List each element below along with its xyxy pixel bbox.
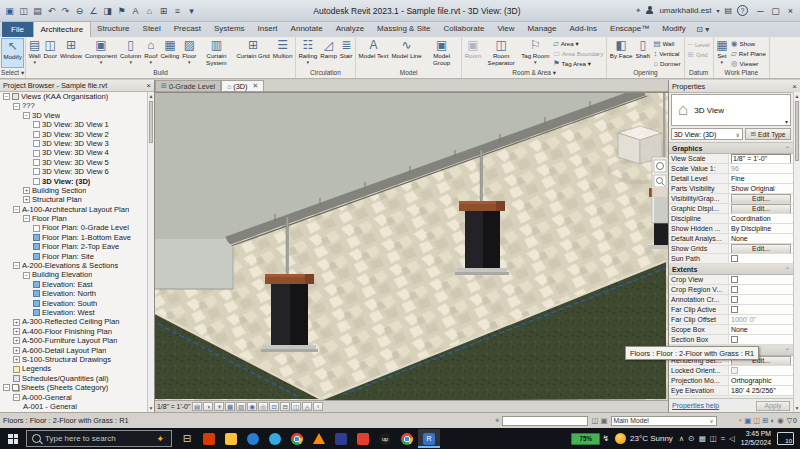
checkbox[interactable] bbox=[731, 276, 738, 283]
scroll-up-icon[interactable]: ▲ bbox=[148, 92, 154, 100]
tab-steel[interactable]: Steel bbox=[136, 21, 167, 37]
tree-item[interactable]: Elevation: East bbox=[0, 280, 147, 289]
sun-settings-icon[interactable]: ☀ bbox=[214, 402, 224, 411]
ribbon-button-mullion[interactable]: ☰Mullion bbox=[271, 38, 294, 68]
ribbon-button-level[interactable]: ─Level bbox=[686, 39, 712, 49]
ribbon-button-window[interactable]: ⊞Window bbox=[58, 38, 83, 68]
ribbon-button-door[interactable]: ◫Door bbox=[42, 38, 58, 68]
expand-icon[interactable]: + bbox=[23, 196, 30, 203]
tree-item[interactable]: Elevation: West bbox=[0, 308, 147, 317]
chevron-down-icon[interactable]: ∨ bbox=[736, 131, 740, 138]
ribbon-button-ceiling[interactable]: ▦Ceiling bbox=[159, 38, 181, 68]
property-value[interactable]: Edit... bbox=[729, 194, 793, 203]
tree-item[interactable]: Floor Plan: Site bbox=[0, 252, 147, 261]
checkbox[interactable] bbox=[731, 306, 738, 313]
scroll-thumb[interactable] bbox=[795, 101, 799, 161]
tray-network-icon[interactable]: ≈ bbox=[721, 434, 725, 443]
ribbon-panel-label[interactable]: Circulation bbox=[296, 68, 355, 78]
open-icon[interactable]: ◫ bbox=[17, 4, 30, 18]
ribbon-button-model-text[interactable]: AModel Text bbox=[357, 38, 390, 68]
collapse-icon[interactable]: − bbox=[13, 103, 20, 110]
search-icon[interactable]: ⌖ bbox=[636, 6, 641, 16]
tray-display-icon[interactable]: ▦ bbox=[699, 434, 706, 443]
ribbon-button-model-line[interactable]: ∿Model Line bbox=[390, 38, 423, 68]
property-value[interactable]: 1/8" = 1'-0" bbox=[729, 154, 793, 163]
collapse-icon[interactable]: − bbox=[13, 262, 20, 269]
collapse-icon[interactable]: − bbox=[3, 93, 10, 100]
vlc-icon[interactable] bbox=[308, 429, 330, 448]
tab-structure[interactable]: Structure bbox=[91, 21, 136, 37]
property-value[interactable] bbox=[729, 335, 793, 344]
section-icon[interactable]: ⊞ bbox=[157, 4, 170, 18]
ribbon-button-column[interactable]: ▯Column▾ bbox=[118, 38, 142, 68]
ribbon-button-grid[interactable]: ⊞Grid bbox=[686, 49, 712, 59]
tree-item[interactable]: 3D View: 3D View 4 bbox=[0, 148, 147, 157]
tree-item[interactable]: +A-600-Detail Layout Plan bbox=[0, 346, 147, 355]
edit-button[interactable]: Edit... bbox=[731, 244, 791, 253]
ribbon-button-wall[interactable]: ▤Wall▾ bbox=[27, 38, 42, 68]
save-icon[interactable]: ▤ bbox=[31, 4, 44, 18]
ribbon-panel-label[interactable]: Select ▾ bbox=[0, 68, 25, 78]
value-input[interactable]: 1/8" = 1'-0" bbox=[731, 154, 791, 163]
ribbon-panel-label[interactable]: Build bbox=[26, 68, 295, 78]
tree-item[interactable]: 3D View: 3D View 5 bbox=[0, 158, 147, 167]
checkbox[interactable] bbox=[731, 286, 738, 293]
revit-app-icon[interactable]: R bbox=[418, 429, 440, 448]
canvas-3d-view[interactable] bbox=[155, 92, 668, 401]
undo-icon[interactable]: ↶ bbox=[45, 4, 58, 18]
displacement-icon[interactable]: ◫ bbox=[291, 402, 301, 411]
tray-camera-icon[interactable]: ◫ bbox=[710, 434, 717, 443]
help-icon[interactable]: ? bbox=[737, 5, 748, 16]
start-button[interactable] bbox=[0, 428, 26, 449]
worksets-icon[interactable]: ◫ bbox=[591, 416, 598, 425]
filter-button[interactable]: ▽ 0 bbox=[787, 417, 797, 425]
tree-item[interactable]: −A-100-Architectural Layout Plan bbox=[0, 205, 147, 214]
tab-collaborate[interactable]: Collaborate bbox=[437, 21, 491, 37]
tab-file[interactable]: File bbox=[2, 22, 33, 37]
upwork-icon[interactable]: up bbox=[374, 429, 396, 448]
task-view-icon[interactable]: ⊟ bbox=[176, 429, 198, 448]
tree-item[interactable]: 3D View: 3D View 3 bbox=[0, 139, 147, 148]
ribbon-button-by-face[interactable]: ◧By Face bbox=[608, 38, 634, 68]
tree-item[interactable]: Floor Plan: 1-Bottom Eave bbox=[0, 233, 147, 242]
select-links-icon[interactable]: ⊞ bbox=[762, 416, 768, 425]
collapse-icon[interactable]: ⌃ bbox=[785, 347, 790, 354]
properties-scrollbar[interactable]: ▲ ▼ bbox=[793, 92, 800, 412]
ribbon-panel-label[interactable]: Room & Area ▾ bbox=[462, 68, 606, 78]
tree-item[interactable]: +A-300-Reflected Ceiling Plan bbox=[0, 317, 147, 326]
collapse-icon[interactable]: − bbox=[23, 272, 30, 279]
tree-item[interactable]: −A-000-General bbox=[0, 393, 147, 402]
taskbar-clock[interactable]: 3:45 PM 12/5/2024 bbox=[741, 430, 771, 447]
ribbon-panel-label[interactable]: Datum bbox=[685, 68, 713, 78]
edit-button[interactable]: Edit... bbox=[731, 194, 791, 203]
tree-item[interactable]: Legends bbox=[0, 364, 147, 373]
office-icon[interactable] bbox=[198, 429, 220, 448]
taskbar-search[interactable]: Type here to search ✦· bbox=[26, 430, 172, 447]
tree-item[interactable]: 3D View: 3D View 6 bbox=[0, 167, 147, 176]
close-button[interactable]: × bbox=[783, 6, 798, 16]
ribbon-button-model-group[interactable]: ▣Model Group bbox=[423, 38, 460, 68]
ribbon-button-shaft[interactable]: ▯Shaft bbox=[634, 38, 651, 68]
file-explorer-icon[interactable] bbox=[220, 429, 242, 448]
tree-item[interactable]: 3D View: 3D View 1 bbox=[0, 120, 147, 129]
tree-item[interactable]: Schedules/Quantities (all) bbox=[0, 374, 147, 383]
tree-item[interactable]: −3D View bbox=[0, 111, 147, 120]
tray-volume-icon[interactable]: ◁ bbox=[729, 434, 735, 443]
tray-chevron-icon[interactable]: ∧ bbox=[679, 434, 685, 443]
ribbon-button-modify[interactable]: ↖Modify bbox=[1, 38, 24, 68]
temporary-hide-icon[interactable]: ◎ bbox=[258, 402, 268, 411]
outlook-icon[interactable] bbox=[242, 429, 264, 448]
tree-item[interactable]: +Structural Plan bbox=[0, 195, 147, 204]
property-value[interactable]: None bbox=[729, 234, 793, 243]
ribbon-button-show[interactable]: ◉Show bbox=[729, 39, 768, 49]
ribbon-button-ramp[interactable]: ◿Ramp bbox=[319, 38, 339, 68]
tree-item[interactable]: +A-400-Floor Finishing Plan bbox=[0, 327, 147, 336]
ribbon-button-viewer[interactable]: ◎Viewer bbox=[729, 58, 768, 68]
ribbon-button-railing[interactable]: ☷Railing▾ bbox=[297, 38, 319, 68]
tree-item[interactable]: +A-500-Furniture Layout Plan bbox=[0, 336, 147, 345]
shadows-icon[interactable]: ◑ bbox=[203, 402, 213, 411]
apply-button[interactable]: Apply bbox=[756, 401, 790, 411]
press-drag-icon[interactable]: ◫ bbox=[753, 416, 760, 425]
tree-item[interactable]: Elevation: South bbox=[0, 299, 147, 308]
edit-type-button[interactable]: ⊞ Edit Type bbox=[745, 128, 791, 140]
